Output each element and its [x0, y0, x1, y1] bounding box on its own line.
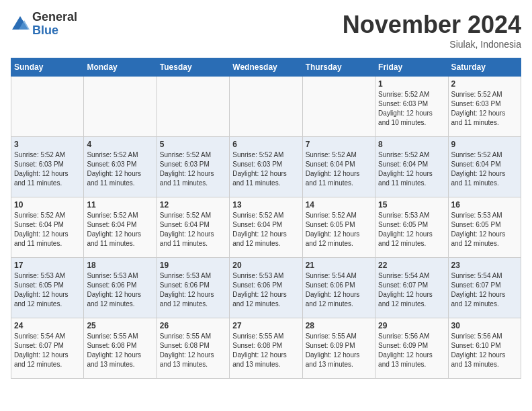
day-info: Sunrise: 5:55 AM Sunset: 6:09 PM Dayligh… — [306, 332, 372, 369]
logo-blue-text: Blue — [32, 24, 77, 38]
calendar-cell: 19Sunrise: 5:53 AM Sunset: 6:06 PM Dayli… — [157, 258, 229, 318]
day-info: Sunrise: 5:54 AM Sunset: 6:07 PM Dayligh… — [451, 271, 518, 309]
day-number: 3 — [14, 140, 81, 149]
day-number: 30 — [451, 321, 518, 330]
day-info: Sunrise: 5:52 AM Sunset: 6:04 PM Dayligh… — [87, 211, 153, 248]
header-saturday: Saturday — [448, 58, 521, 77]
logo-general-text: General — [32, 11, 77, 24]
day-info: Sunrise: 5:55 AM Sunset: 6:08 PM Dayligh… — [232, 332, 299, 369]
day-info: Sunrise: 5:52 AM Sunset: 6:04 PM Dayligh… — [232, 211, 299, 248]
day-info: Sunrise: 5:52 AM Sunset: 6:03 PM Dayligh… — [451, 90, 518, 128]
day-info: Sunrise: 5:53 AM Sunset: 6:05 PM Dayligh… — [451, 211, 518, 248]
day-number: 10 — [14, 200, 81, 210]
calendar-cell: 2Sunrise: 5:52 AM Sunset: 6:03 PM Daylig… — [448, 77, 521, 137]
day-number: 17 — [14, 261, 81, 270]
calendar-cell: 3Sunrise: 5:52 AM Sunset: 6:03 PM Daylig… — [11, 137, 84, 197]
header-thursday: Thursday — [302, 58, 375, 77]
header-wednesday: Wednesday — [230, 58, 302, 77]
calendar-week-1: 1Sunrise: 5:52 AM Sunset: 6:03 PM Daylig… — [11, 77, 521, 137]
header-friday: Friday — [375, 58, 448, 77]
calendar-cell: 28Sunrise: 5:55 AM Sunset: 6:09 PM Dayli… — [302, 318, 375, 379]
calendar-cell: 30Sunrise: 5:56 AM Sunset: 6:10 PM Dayli… — [448, 318, 521, 379]
day-number: 1 — [378, 79, 445, 89]
calendar-week-2: 3Sunrise: 5:52 AM Sunset: 6:03 PM Daylig… — [11, 137, 521, 197]
day-info: Sunrise: 5:52 AM Sunset: 6:03 PM Dayligh… — [14, 150, 81, 188]
calendar-cell: 15Sunrise: 5:53 AM Sunset: 6:05 PM Dayli… — [375, 197, 448, 258]
day-number: 24 — [14, 321, 81, 330]
day-info: Sunrise: 5:52 AM Sunset: 6:03 PM Dayligh… — [378, 90, 445, 128]
calendar-cell: 22Sunrise: 5:54 AM Sunset: 6:07 PM Dayli… — [375, 258, 448, 318]
day-number: 6 — [232, 140, 299, 149]
calendar-cell: 25Sunrise: 5:55 AM Sunset: 6:08 PM Dayli… — [84, 318, 157, 379]
calendar-cell: 18Sunrise: 5:53 AM Sunset: 6:06 PM Dayli… — [84, 258, 157, 318]
calendar-week-5: 24Sunrise: 5:54 AM Sunset: 6:07 PM Dayli… — [11, 318, 521, 379]
day-info: Sunrise: 5:53 AM Sunset: 6:05 PM Dayligh… — [378, 211, 445, 248]
day-info: Sunrise: 5:52 AM Sunset: 6:04 PM Dayligh… — [14, 211, 81, 248]
header-tuesday: Tuesday — [157, 58, 229, 77]
calendar-cell: 13Sunrise: 5:52 AM Sunset: 6:04 PM Dayli… — [230, 197, 302, 258]
day-number: 7 — [306, 140, 372, 149]
page-header: General Blue November 2024 Siulak, Indon… — [11, 11, 521, 50]
day-info: Sunrise: 5:52 AM Sunset: 6:04 PM Dayligh… — [451, 150, 518, 188]
calendar-cell: 1Sunrise: 5:52 AM Sunset: 6:03 PM Daylig… — [375, 77, 448, 137]
logo-icon — [11, 15, 30, 34]
calendar-cell — [302, 77, 375, 137]
day-info: Sunrise: 5:52 AM Sunset: 6:05 PM Dayligh… — [306, 211, 372, 248]
day-number: 21 — [306, 261, 372, 270]
logo: General Blue — [11, 11, 77, 38]
day-number: 11 — [87, 200, 153, 210]
day-number: 5 — [160, 140, 226, 149]
calendar-week-4: 17Sunrise: 5:53 AM Sunset: 6:05 PM Dayli… — [11, 258, 521, 318]
calendar-cell: 20Sunrise: 5:53 AM Sunset: 6:06 PM Dayli… — [230, 258, 302, 318]
day-info: Sunrise: 5:52 AM Sunset: 6:04 PM Dayligh… — [378, 150, 445, 188]
calendar-cell: 17Sunrise: 5:53 AM Sunset: 6:05 PM Dayli… — [11, 258, 84, 318]
calendar-cell — [11, 77, 84, 137]
calendar-cell: 8Sunrise: 5:52 AM Sunset: 6:04 PM Daylig… — [375, 137, 448, 197]
header-monday: Monday — [84, 58, 157, 77]
day-info: Sunrise: 5:55 AM Sunset: 6:08 PM Dayligh… — [160, 332, 226, 369]
calendar-cell: 11Sunrise: 5:52 AM Sunset: 6:04 PM Dayli… — [84, 197, 157, 258]
calendar-cell: 23Sunrise: 5:54 AM Sunset: 6:07 PM Dayli… — [448, 258, 521, 318]
calendar-cell: 7Sunrise: 5:52 AM Sunset: 6:04 PM Daylig… — [302, 137, 375, 197]
header-sunday: Sunday — [11, 58, 84, 77]
day-info: Sunrise: 5:52 AM Sunset: 6:03 PM Dayligh… — [87, 150, 153, 188]
day-info: Sunrise: 5:55 AM Sunset: 6:08 PM Dayligh… — [87, 332, 153, 369]
calendar-cell: 24Sunrise: 5:54 AM Sunset: 6:07 PM Dayli… — [11, 318, 84, 379]
day-info: Sunrise: 5:52 AM Sunset: 6:04 PM Dayligh… — [160, 211, 226, 248]
day-number: 9 — [451, 140, 518, 149]
calendar-cell — [84, 77, 157, 137]
calendar-header-row: SundayMondayTuesdayWednesdayThursdayFrid… — [11, 58, 521, 77]
day-info: Sunrise: 5:52 AM Sunset: 6:04 PM Dayligh… — [306, 150, 372, 188]
calendar-cell — [230, 77, 302, 137]
day-number: 26 — [160, 321, 226, 330]
day-number: 2 — [451, 79, 518, 89]
day-info: Sunrise: 5:54 AM Sunset: 6:07 PM Dayligh… — [14, 332, 81, 369]
calendar-cell: 6Sunrise: 5:52 AM Sunset: 6:03 PM Daylig… — [230, 137, 302, 197]
day-info: Sunrise: 5:53 AM Sunset: 6:06 PM Dayligh… — [87, 271, 153, 309]
day-number: 29 — [378, 321, 445, 330]
day-number: 19 — [160, 261, 226, 270]
day-info: Sunrise: 5:53 AM Sunset: 6:06 PM Dayligh… — [232, 271, 299, 309]
calendar-cell: 29Sunrise: 5:56 AM Sunset: 6:09 PM Dayli… — [375, 318, 448, 379]
calendar-cell: 16Sunrise: 5:53 AM Sunset: 6:05 PM Dayli… — [448, 197, 521, 258]
day-info: Sunrise: 5:53 AM Sunset: 6:06 PM Dayligh… — [160, 271, 226, 309]
title-block: November 2024 Siulak, Indonesia — [343, 11, 521, 50]
calendar-cell: 26Sunrise: 5:55 AM Sunset: 6:08 PM Dayli… — [157, 318, 229, 379]
day-number: 20 — [232, 261, 299, 270]
day-info: Sunrise: 5:56 AM Sunset: 6:09 PM Dayligh… — [378, 332, 445, 369]
day-number: 15 — [378, 200, 445, 210]
day-number: 12 — [160, 200, 226, 210]
calendar-cell — [157, 77, 229, 137]
calendar-cell: 5Sunrise: 5:52 AM Sunset: 6:03 PM Daylig… — [157, 137, 229, 197]
day-info: Sunrise: 5:54 AM Sunset: 6:06 PM Dayligh… — [306, 271, 372, 309]
calendar-cell: 12Sunrise: 5:52 AM Sunset: 6:04 PM Dayli… — [157, 197, 229, 258]
day-number: 22 — [378, 261, 445, 270]
location-text: Siulak, Indonesia — [343, 39, 521, 50]
day-number: 4 — [87, 140, 153, 149]
day-info: Sunrise: 5:52 AM Sunset: 6:03 PM Dayligh… — [160, 150, 226, 188]
day-number: 25 — [87, 321, 153, 330]
day-number: 13 — [232, 200, 299, 210]
day-number: 16 — [451, 200, 518, 210]
calendar-cell: 10Sunrise: 5:52 AM Sunset: 6:04 PM Dayli… — [11, 197, 84, 258]
calendar-cell: 9Sunrise: 5:52 AM Sunset: 6:04 PM Daylig… — [448, 137, 521, 197]
